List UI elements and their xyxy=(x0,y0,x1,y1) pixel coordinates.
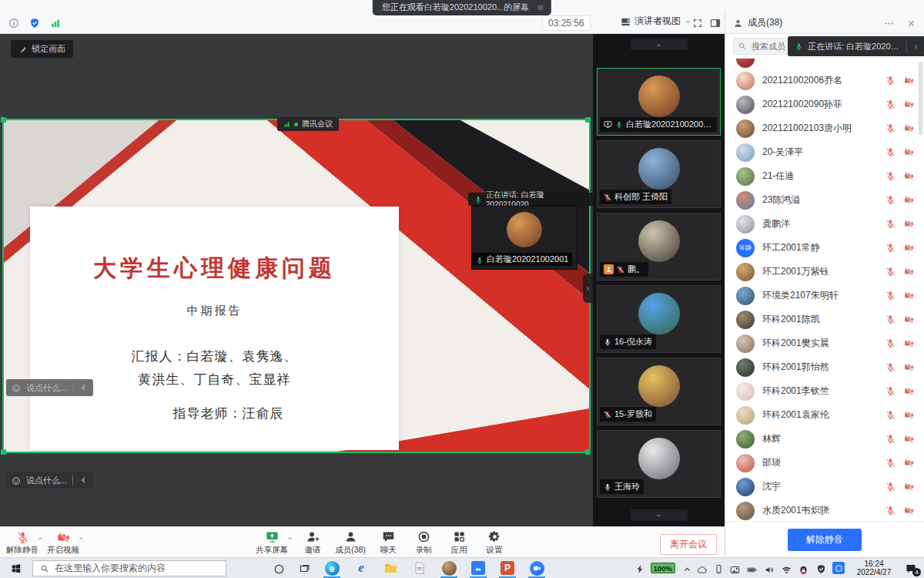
cloud-icon[interactable] xyxy=(697,563,707,573)
toggle-panel-button[interactable] xyxy=(710,16,721,29)
member-row[interactable]: 环科2001郭怡然 xyxy=(725,355,924,379)
settings-button[interactable]: 设置 xyxy=(477,528,512,557)
meeting-security-shield-button[interactable] xyxy=(29,16,40,29)
video-thumbnail-tile[interactable]: 鹏。 xyxy=(597,213,721,281)
notification-center-button[interactable]: 4 xyxy=(903,561,919,575)
task-view-button[interactable] xyxy=(292,558,317,578)
chevron-left-icon[interactable] xyxy=(912,42,920,50)
volume-icon[interactable] xyxy=(765,563,775,573)
taskbar-app-qq[interactable] xyxy=(434,558,464,578)
taskbar-app-explorer[interactable] xyxy=(376,558,405,578)
video-thumbnail-tile[interactable]: 科创部 王倚阳 xyxy=(597,140,721,208)
tray-expand-icon[interactable] xyxy=(682,564,690,572)
member-name: 环科2001李钦竺 xyxy=(762,385,878,398)
taskbar-app-powerpoint[interactable]: P xyxy=(493,558,522,578)
member-row[interactable]: 林辉 xyxy=(725,427,924,451)
security-shield-icon[interactable] xyxy=(816,563,825,573)
avatar xyxy=(638,148,680,190)
chevron-left-icon[interactable] xyxy=(79,383,88,392)
watching-title-pill[interactable]: 您正在观看白若璇2020210020...的屏幕 xyxy=(373,0,551,15)
floating-video-tile[interactable]: 白若璇202021002001 xyxy=(471,206,578,270)
chevron-left-icon[interactable] xyxy=(79,476,88,485)
start-video-button[interactable]: 开启视频 xyxy=(45,528,81,557)
menu-icon[interactable] xyxy=(537,3,544,12)
cam-off-icon xyxy=(904,147,914,157)
collapse-thumbnails-handle[interactable] xyxy=(583,274,593,303)
member-row[interactable]: 龚鹏洋 xyxy=(725,212,924,236)
video-thumbnail-tile[interactable]: 白若璇202021002001的屏幕共享 xyxy=(597,68,721,136)
member-row[interactable]: 21-任迪 xyxy=(725,164,924,188)
member-row[interactable]: 邵琰 xyxy=(725,451,924,475)
member-row[interactable]: 环科2001李钦竺 xyxy=(725,379,924,403)
unmute-button[interactable]: 解除静音 xyxy=(788,529,862,551)
member-status-icons xyxy=(886,76,914,86)
share-screen-button[interactable]: 共享屏幕 xyxy=(254,528,290,557)
lock-view-button[interactable]: 锁定画面 xyxy=(11,40,73,58)
thumbnails-scroll-down-button[interactable] xyxy=(631,509,688,521)
member-row[interactable]: 202121002006乔名 xyxy=(725,69,924,92)
member-avatar xyxy=(736,454,755,472)
member-row[interactable]: 常静环工2001常静 xyxy=(725,236,924,260)
member-list-scrollbar[interactable] xyxy=(919,62,922,135)
member-row[interactable]: 环境类2107朱明轩 xyxy=(725,284,924,307)
member-avatar xyxy=(736,502,755,520)
member-row[interactable]: 环科2001袁家伦 xyxy=(725,403,924,427)
taskbar-app-edge[interactable]: e xyxy=(317,558,346,578)
panel-close-button[interactable] xyxy=(906,16,916,28)
unmute-mic-button[interactable]: 解除静音 xyxy=(5,528,40,557)
member-name: 23陈鸿溢 xyxy=(762,193,878,207)
meeting-info-icon-button[interactable] xyxy=(8,16,19,29)
video-thumbnail-tile[interactable]: 15-罗致和 xyxy=(597,358,721,425)
record-button[interactable]: 录制 xyxy=(406,528,441,557)
taskbar-app-wps[interactable] xyxy=(464,558,493,578)
member-row[interactable] xyxy=(725,59,924,69)
cam-off-icon xyxy=(904,99,914,109)
qq-penguin-icon[interactable] xyxy=(798,563,809,573)
cortana-button[interactable] xyxy=(266,558,292,578)
member-row[interactable]: 23陈鸿溢 xyxy=(725,188,924,212)
member-avatar xyxy=(736,143,755,162)
taskbar-search[interactable]: 在这里输入你要搜索的内容 xyxy=(32,560,226,576)
tencent-meeting-watermark: 腾讯会议 xyxy=(277,117,339,131)
members-button[interactable]: 成员(38) xyxy=(330,528,370,557)
chat-button[interactable]: 聊天 xyxy=(370,528,406,557)
mic-options-caret[interactable] xyxy=(37,534,44,542)
video-options-caret[interactable] xyxy=(78,534,85,542)
invite-button[interactable]: 邀请 xyxy=(295,528,330,557)
panel-more-button[interactable] xyxy=(884,16,894,28)
taskbar-clock[interactable]: 16:24 2022/4/27 xyxy=(852,560,896,577)
taskbar-app-ie[interactable]: e xyxy=(346,558,376,578)
member-row[interactable]: 202121002103唐小明 xyxy=(725,116,924,140)
say-something-bubble[interactable]: 说点什么... xyxy=(6,379,93,396)
wifi-icon[interactable] xyxy=(782,563,792,573)
phone-device-icon[interactable] xyxy=(714,563,723,573)
member-row[interactable]: 20-吴泽平 xyxy=(725,140,924,164)
member-row[interactable]: 水质2001韦炽骁 xyxy=(725,499,924,521)
video-thumbnail-tile[interactable]: 王海玲 xyxy=(597,430,721,498)
member-row[interactable]: 沈宇 xyxy=(725,475,924,499)
apps-button[interactable]: 应用 xyxy=(441,528,477,557)
leave-meeting-button[interactable]: 离开会议 xyxy=(660,534,717,555)
battery-icon[interactable] xyxy=(747,563,758,573)
view-mode-button[interactable]: 演讲者视图 xyxy=(621,15,691,28)
member-row[interactable]: 环科2001陈凯 xyxy=(725,307,924,331)
fullscreen-button[interactable] xyxy=(692,16,703,29)
screenshot-tool-icon[interactable] xyxy=(730,563,740,573)
member-row[interactable]: 环工2001万紫钰 xyxy=(725,260,924,284)
thumbnails-scroll-up-button[interactable] xyxy=(631,39,688,50)
member-name: 林辉 xyxy=(762,432,878,445)
start-button[interactable] xyxy=(0,558,32,578)
slide-title: 大学生心理健康问题 xyxy=(30,253,399,284)
cam-off-icon xyxy=(904,386,914,396)
member-row[interactable]: 环科2001樊实晨 xyxy=(725,331,924,355)
taskbar-app-word[interactable] xyxy=(405,558,434,578)
thumbnail-label: 科创部 王倚阳 xyxy=(600,190,671,204)
video-thumbnail-tile[interactable]: 16-倪永涛 xyxy=(597,285,721,353)
member-row[interactable]: 202121002090孙菲 xyxy=(725,92,924,116)
office-app-icon[interactable] xyxy=(832,562,845,574)
gear-icon xyxy=(488,530,501,543)
taskbar-app-meeting[interactable] xyxy=(522,558,551,578)
network-signal-button[interactable] xyxy=(50,16,61,29)
share-screen-options-caret[interactable] xyxy=(286,534,293,542)
say-something-bubble[interactable]: 说点什么... xyxy=(6,472,93,489)
